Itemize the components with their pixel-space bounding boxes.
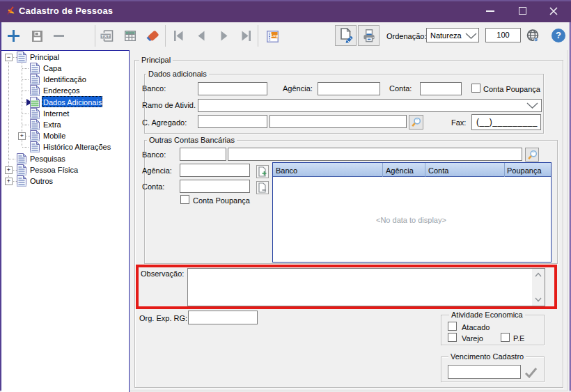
svg-text:Log: Log [271, 33, 278, 38]
svg-text:TXT: TXT [102, 33, 111, 38]
